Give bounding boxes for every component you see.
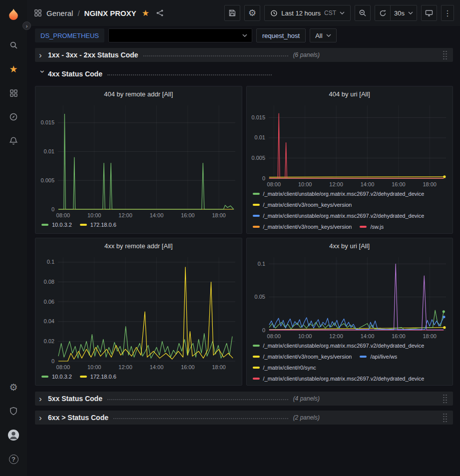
panel-legend: 10.0.3.2172.18.0.6 bbox=[35, 219, 242, 233]
panel-4xx-by-uri: 4xx by uri [All] 00.050.108:0010:0012:00… bbox=[246, 238, 454, 386]
datasource-select[interactable] bbox=[108, 28, 252, 42]
row-5xx[interactable]: › 5xx Status Code (4 panels) bbox=[35, 392, 453, 406]
svg-text:16:00: 16:00 bbox=[392, 333, 406, 339]
legend-item[interactable]: 172.18.0.6 bbox=[80, 222, 116, 228]
svg-text:0: 0 bbox=[51, 358, 54, 364]
share-dashboard-button[interactable] bbox=[155, 9, 165, 17]
zoom-out-icon bbox=[359, 9, 367, 17]
row-drag-handle[interactable] bbox=[442, 394, 448, 404]
refresh-interval-picker[interactable]: 30s bbox=[391, 5, 417, 21]
refresh-group: 30s bbox=[375, 5, 417, 21]
dotted-leader bbox=[107, 399, 288, 400]
row-drag-handle[interactable] bbox=[442, 50, 448, 60]
sidebar-item-profile[interactable] bbox=[0, 423, 27, 447]
row-4xx[interactable]: › 4xx Status Code bbox=[35, 67, 453, 81]
breadcrumb-separator: / bbox=[77, 9, 79, 17]
legend-item[interactable]: /_matrix/client/v3/room_keys/version bbox=[253, 354, 352, 360]
svg-text:18:00: 18:00 bbox=[423, 181, 437, 187]
legend-item[interactable]: /_matrix/client/v3/room_keys/version bbox=[253, 202, 352, 208]
avatar bbox=[7, 429, 19, 441]
cycle-view-button[interactable] bbox=[421, 5, 437, 21]
star-dashboard-button[interactable]: ★ bbox=[141, 8, 150, 18]
sidebar-item-starred[interactable]: ★ bbox=[0, 57, 27, 81]
refresh-button[interactable] bbox=[375, 5, 391, 21]
legend-item[interactable]: /_matrix/client/unstable/org.matrix.msc2… bbox=[253, 343, 425, 349]
panel-title[interactable]: 404 by uri [All] bbox=[247, 86, 453, 100]
sidebar-item-alerting[interactable] bbox=[0, 129, 27, 153]
svg-text:0.05: 0.05 bbox=[255, 294, 265, 300]
sidebar-expand-button[interactable]: › bbox=[22, 21, 31, 30]
dashboard-body: › 1xx - 3xx - 2xx Status Code (6 panels)… bbox=[27, 45, 460, 476]
chevron-right-icon: › bbox=[39, 51, 46, 59]
zoom-out-button[interactable] bbox=[355, 5, 371, 21]
row-drag-handle[interactable] bbox=[442, 413, 448, 423]
question-icon: ? bbox=[9, 455, 18, 464]
svg-text:10:00: 10:00 bbox=[87, 212, 101, 218]
sidebar-item-configuration[interactable]: ⚙ bbox=[0, 375, 27, 399]
breadcrumb: General / NGINX PROXY ★ bbox=[34, 8, 165, 18]
chart-4xx-by-remote-addr[interactable]: 00.020.040.060.080.108:0010:0012:0014:00… bbox=[36, 252, 241, 371]
svg-text:18:00: 18:00 bbox=[212, 364, 226, 370]
svg-text:08:00: 08:00 bbox=[56, 212, 70, 218]
legend-item[interactable]: /_matrix/client/unstable/org.matrix.msc2… bbox=[253, 376, 425, 382]
legend-item[interactable]: 172.18.0.6 bbox=[80, 374, 116, 380]
svg-text:14:00: 14:00 bbox=[361, 333, 375, 339]
legend-item[interactable]: /_matrix/client/r0/sync bbox=[253, 365, 316, 371]
svg-text:0.015: 0.015 bbox=[40, 119, 54, 125]
panel-404-by-remote-addr: 404 by remote addr [All] 00.0050.010.015… bbox=[35, 86, 242, 234]
datasource-label[interactable]: DS_PROMETHEUS bbox=[35, 28, 104, 42]
sidebar-item-search[interactable] bbox=[0, 33, 27, 57]
save-dashboard-button[interactable] bbox=[224, 5, 240, 21]
apps-icon bbox=[34, 9, 42, 17]
time-range-label: Last 12 hours bbox=[281, 9, 321, 17]
save-icon bbox=[228, 9, 236, 17]
svg-text:18:00: 18:00 bbox=[423, 333, 437, 339]
more-options-button[interactable]: ⋮ bbox=[441, 5, 454, 21]
panel-title[interactable]: 4xx by remote addr [All] bbox=[35, 238, 242, 252]
svg-text:08:00: 08:00 bbox=[267, 333, 281, 339]
legend-item[interactable]: /_matrix/client/v3/room_keys/version bbox=[253, 224, 352, 230]
row-1xx-3xx-2xx[interactable]: › 1xx - 3xx - 2xx Status Code (6 panels) bbox=[35, 48, 453, 62]
svg-text:0: 0 bbox=[262, 327, 265, 333]
sidebar: › ★ ⚙ bbox=[0, 0, 27, 476]
chart-4xx-by-uri[interactable]: 00.050.108:0010:0012:0014:0016:0018:00 bbox=[247, 252, 452, 340]
chevron-right-icon: › bbox=[39, 395, 46, 403]
time-range-picker[interactable]: Last 12 hours CST bbox=[264, 5, 351, 21]
legend-item[interactable]: 10.0.3.2 bbox=[41, 374, 72, 380]
grafana-logo[interactable] bbox=[7, 3, 20, 26]
sidebar-item-dashboards[interactable] bbox=[0, 81, 27, 105]
variable-select[interactable]: All bbox=[310, 28, 336, 42]
svg-text:0.015: 0.015 bbox=[252, 114, 266, 120]
legend-item[interactable]: 10.0.3.2 bbox=[41, 222, 72, 228]
row-head-content: 5xx Status Code (4 panels) bbox=[46, 395, 320, 403]
chart-404-by-uri[interactable]: 00.0050.010.01508:0010:0012:0014:0016:00… bbox=[247, 100, 452, 188]
breadcrumb-dashboard-title[interactable]: NGINX PROXY bbox=[84, 9, 136, 17]
sidebar-item-server-admin[interactable] bbox=[0, 399, 27, 423]
timezone-label: CST bbox=[324, 9, 336, 16]
panel-title[interactable]: 404 by remote addr [All] bbox=[35, 86, 242, 100]
svg-text:0: 0 bbox=[262, 175, 265, 181]
legend-item[interactable]: /api/live/ws bbox=[360, 354, 397, 360]
svg-text:0.1: 0.1 bbox=[258, 261, 265, 267]
chevron-right-icon: › bbox=[26, 23, 28, 29]
chart-404-by-remote-addr[interactable]: 00.0050.010.01508:0010:0012:0014:0016:00… bbox=[36, 100, 241, 219]
svg-text:10:00: 10:00 bbox=[298, 333, 312, 339]
breadcrumb-folder[interactable]: General bbox=[46, 9, 73, 17]
main-area: General / NGINX PROXY ★ ⚙ Last 12 hours bbox=[27, 0, 460, 476]
dashboard-settings-button[interactable]: ⚙ bbox=[244, 5, 260, 21]
legend-item[interactable]: /sw.js bbox=[360, 224, 384, 230]
row-6xx[interactable]: › 6xx > Status Code (2 panels) bbox=[35, 411, 453, 425]
bell-icon bbox=[9, 136, 18, 145]
sidebar-item-help[interactable]: ? bbox=[0, 447, 27, 471]
variable-label: request_host bbox=[256, 28, 306, 42]
svg-text:08:00: 08:00 bbox=[267, 181, 281, 187]
legend-item[interactable]: /_matrix/client/unstable/org.matrix.msc2… bbox=[253, 213, 425, 219]
panel-title[interactable]: 4xx by uri [All] bbox=[247, 238, 453, 252]
refresh-interval-label: 30s bbox=[394, 9, 405, 17]
sidebar-item-explore[interactable] bbox=[0, 105, 27, 129]
svg-text:14:00: 14:00 bbox=[361, 181, 375, 187]
chevron-right-icon: › bbox=[39, 414, 46, 422]
legend-item[interactable]: /_matrix/client/unstable/org.matrix.msc2… bbox=[253, 191, 425, 197]
row-panel-count: (4 panels) bbox=[293, 395, 320, 402]
variable-value: All bbox=[315, 32, 322, 39]
